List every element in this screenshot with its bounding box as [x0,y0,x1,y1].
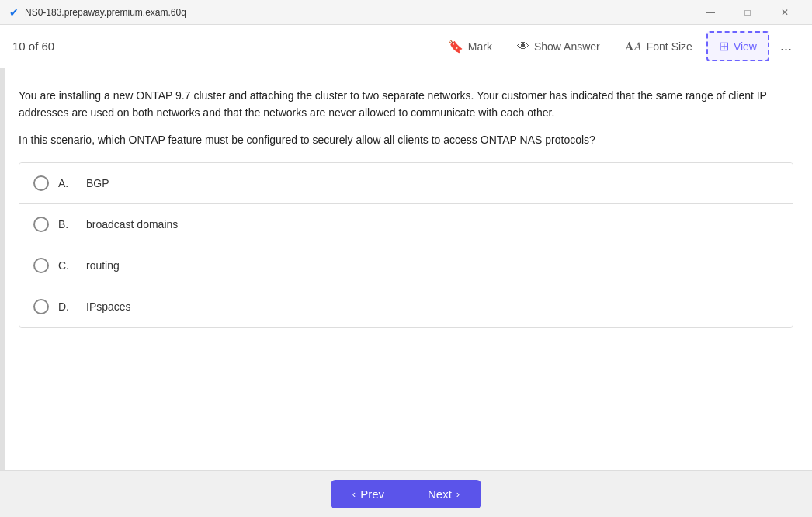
option-row-c[interactable]: C. routing [19,245,793,286]
titlebar: ✔ NS0-183.prepaway.premium.exam.60q — □ … [0,0,812,25]
prev-chevron-icon: ‹ [352,488,356,500]
next-label: Next [428,488,452,501]
question-counter: 10 of 60 [12,40,437,53]
option-label-b: B. [58,218,77,231]
radio-d[interactable] [33,299,49,314]
more-button[interactable]: ... [772,32,800,61]
font-size-label: Font Size [647,40,692,53]
option-row-b[interactable]: B. broadcast domains [19,204,793,245]
font-icon: 𝐀𝐴 [625,40,642,54]
options-container: A. BGP B. broadcast domains C. routing D… [19,162,793,328]
view-label: View [734,40,757,53]
question-ask: In this scenario, which ONTAP feature mu… [19,131,787,148]
more-icon: ... [780,38,792,54]
next-chevron-icon: › [456,488,460,500]
option-row-d[interactable]: D. IPspaces [19,286,793,327]
option-label-d: D. [58,300,77,313]
mark-label: Mark [468,40,492,53]
question-scenario: You are installing a new ONTAP 9.7 clust… [19,87,787,122]
radio-b[interactable] [33,217,49,232]
eye-icon: 👁 [517,40,529,54]
minimize-button[interactable]: — [692,0,728,25]
left-accent [0,68,5,470]
titlebar-title: NS0-183.prepaway.premium.exam.60q [25,7,186,18]
titlebar-left: ✔ NS0-183.prepaway.premium.exam.60q [9,6,186,19]
prev-button[interactable]: ‹ Prev [331,480,406,508]
option-text-c: routing [86,259,120,272]
option-label-a: A. [58,177,77,189]
footer: ‹ Prev Next › [0,470,812,517]
mark-button[interactable]: 🔖 Mark [437,33,503,60]
show-answer-button[interactable]: 👁 Show Answer [506,33,611,60]
view-icon: ⊞ [719,39,729,54]
maximize-button[interactable]: □ [730,0,765,25]
radio-c[interactable] [33,258,49,273]
font-size-button[interactable]: 𝐀𝐴 Font Size [614,33,703,60]
option-row-a[interactable]: A. BGP [19,163,793,204]
option-label-c: C. [58,259,77,272]
question-text: You are installing a new ONTAP 9.7 clust… [19,87,793,148]
option-text-d: IPspaces [86,300,131,313]
option-text-a: BGP [86,177,109,189]
option-text-b: broadcast domains [86,218,178,231]
close-button[interactable]: ✕ [767,0,803,25]
bookmark-icon: 🔖 [448,39,463,54]
show-answer-label: Show Answer [534,40,600,53]
view-button[interactable]: ⊞ View [706,31,769,61]
next-button[interactable]: Next › [406,480,481,508]
titlebar-controls: — □ ✕ [692,0,803,25]
prev-label: Prev [360,488,384,501]
radio-a[interactable] [33,175,49,191]
toolbar-actions: 🔖 Mark 👁 Show Answer 𝐀𝐴 Font Size ⊞ View… [437,31,800,61]
titlebar-checkmark-icon: ✔ [9,6,19,19]
toolbar: 10 of 60 🔖 Mark 👁 Show Answer 𝐀𝐴 Font Si… [0,25,812,68]
main-content: You are installing a new ONTAP 9.7 clust… [0,68,812,470]
